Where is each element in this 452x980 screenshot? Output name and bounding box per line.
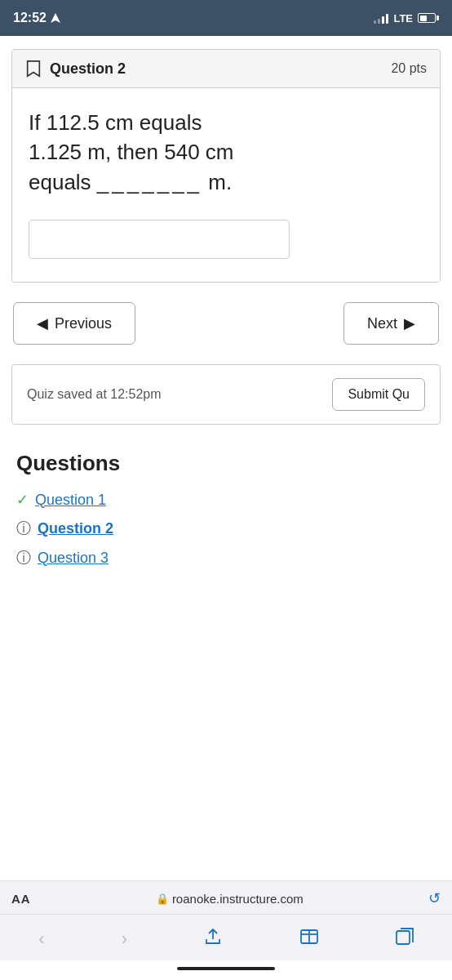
font-size-control[interactable]: AA [11, 892, 31, 906]
previous-label: Previous [55, 315, 112, 332]
lte-label: LTE [393, 12, 413, 24]
signal-icon [374, 12, 388, 24]
question-header: Question 2 20 pts [12, 50, 440, 88]
nav-buttons: ◀ Previous Next ▶ [11, 302, 441, 345]
list-item: ✓ Question 1 [16, 486, 436, 514]
question1-link[interactable]: Question 1 [35, 492, 106, 509]
quiz-saved-bar: Quiz saved at 12:52pm Submit Qu [11, 364, 441, 425]
home-bar [177, 967, 275, 970]
next-arrow-icon: ▶ [404, 314, 415, 332]
location-arrow-icon [50, 12, 61, 24]
url-bar[interactable]: 🔒 roanoke.instructure.com [31, 892, 428, 906]
lock-icon: 🔒 [156, 893, 169, 905]
list-item: ⓘ Question 2 [16, 514, 436, 543]
svg-rect-2 [397, 931, 410, 944]
question-line4: m. [208, 170, 232, 194]
circle-question-icon: ⓘ [16, 519, 31, 538]
battery-icon [418, 13, 439, 23]
share-icon [204, 928, 222, 951]
url-text: roanoke.instructure.com [172, 892, 304, 906]
question-header-left: Question 2 [25, 60, 126, 78]
browser-back-button[interactable]: ‹ [24, 924, 59, 955]
svg-marker-0 [51, 13, 60, 23]
status-time: 12:52 [13, 11, 61, 25]
question-card: Question 2 20 pts If 112.5 cm equals 1.1… [11, 49, 441, 283]
submit-label: Submit Qu [348, 387, 410, 401]
main-content: Question 2 20 pts If 112.5 cm equals 1.1… [0, 36, 452, 880]
back-arrow-icon: ‹ [38, 929, 44, 950]
next-button[interactable]: Next ▶ [343, 302, 439, 345]
question-body: If 112.5 cm equals 1.125 m, then 540 cm … [12, 88, 440, 282]
question-line2: 1.125 m, then 540 cm [29, 140, 233, 164]
question-text: If 112.5 cm equals 1.125 m, then 540 cm … [29, 108, 423, 197]
question-line1: If 112.5 cm equals [29, 110, 202, 135]
question-line3: equals [29, 170, 91, 194]
time-display: 12:52 [13, 11, 47, 25]
question-title: Question 2 [50, 60, 126, 78]
questions-heading: Questions [16, 451, 436, 476]
share-button[interactable] [189, 923, 237, 956]
bookmark-icon [25, 60, 42, 78]
browser-bar: AA 🔒 roanoke.instructure.com ↺ [0, 880, 452, 914]
question2-link[interactable]: Question 2 [38, 520, 113, 537]
home-indicator [0, 960, 452, 980]
status-bar: 12:52 LTE [0, 0, 452, 36]
list-item: ⓘ Question 3 [16, 543, 436, 572]
submit-button[interactable]: Submit Qu [332, 378, 425, 411]
previous-arrow-icon: ◀ [37, 314, 48, 332]
circle-question-icon: ⓘ [16, 548, 31, 568]
reload-button[interactable]: ↺ [428, 889, 441, 907]
quiz-saved-text: Quiz saved at 12:52pm [27, 387, 162, 402]
forward-arrow-icon: › [122, 929, 127, 950]
status-right: LTE [374, 12, 439, 24]
questions-section: Questions ✓ Question 1 ⓘ Question 2 ⓘ Qu… [11, 451, 441, 572]
tabs-button[interactable] [381, 923, 428, 956]
check-icon: ✓ [16, 491, 29, 509]
question-points: 20 pts [391, 61, 427, 76]
bookmarks-button[interactable] [285, 923, 334, 956]
previous-button[interactable]: ◀ Previous [13, 302, 135, 345]
question3-link[interactable]: Question 3 [38, 550, 109, 567]
question-blank: _______ [97, 170, 202, 194]
browser-forward-button[interactable]: › [107, 924, 142, 955]
bookmarks-icon [299, 928, 319, 951]
next-label: Next [367, 315, 397, 332]
tabs-icon [396, 928, 414, 951]
bottom-nav: ‹ › [0, 914, 452, 960]
answer-input[interactable] [29, 220, 290, 259]
